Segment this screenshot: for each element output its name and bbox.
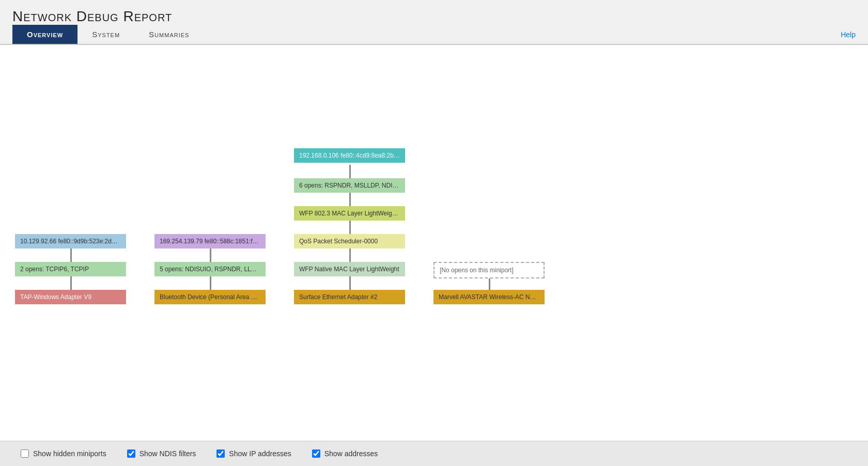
show-ndis-checkbox[interactable] (127, 449, 135, 458)
connector-n13-n14 (489, 276, 490, 291)
node-surface-ethernet[interactable]: Surface Ethernet Adapter #2 (294, 290, 405, 304)
tab-overview[interactable]: Overview (12, 25, 78, 44)
connector-n3-n4 (349, 221, 351, 235)
connector-n2-n3 (349, 193, 351, 207)
show-addresses-checkbox[interactable] (312, 449, 320, 458)
connector-n5-n6 (349, 276, 351, 291)
show-hidden-label[interactable]: Show hidden miniports (21, 449, 106, 458)
show-ip-text: Show IP addresses (229, 449, 291, 458)
connector-n7-n8 (70, 248, 72, 263)
show-addresses-label[interactable]: Show addresses (312, 449, 378, 458)
connector-n10-n11 (210, 248, 211, 263)
node-opens-main[interactable]: 6 opens: RSPNDR, MSLLDP, NDISUIO (294, 178, 405, 193)
app-header: Network Debug Report (0, 0, 868, 25)
show-ndis-text: Show NDIS filters (140, 449, 196, 458)
node-qos[interactable]: QoS Packet Scheduler-0000 (294, 234, 405, 248)
show-addresses-text: Show addresses (324, 449, 378, 458)
nav-bar: Overview System Summaries Help (0, 25, 868, 45)
node-marvell[interactable]: Marvell AVASTAR Wireless-AC Netw (433, 290, 545, 304)
show-hidden-checkbox[interactable] (21, 449, 29, 458)
connector-n4-n5 (349, 248, 351, 263)
connector-n11-n12 (210, 276, 211, 291)
node-ip-bluetooth[interactable]: 169.254.139.79 fe80::588c:1851:f711: (154, 234, 266, 248)
main-content: 192.168.0.106 fe80::4cd9:8ea8:2bc0:e 6 o… (0, 45, 868, 441)
node-ip-main[interactable]: 192.168.0.106 fe80::4cd9:8ea8:2bc0:e (294, 148, 405, 163)
node-ip-tap[interactable]: 10.129.92.66 fe80::9d9b:523e:2d70:2 (15, 234, 126, 248)
node-bluetooth-device[interactable]: Bluetooth Device (Personal Area Net (154, 290, 266, 304)
show-hidden-text: Show hidden miniports (33, 449, 106, 458)
network-diagram: 192.168.0.106 fe80::4cd9:8ea8:2bc0:e 6 o… (12, 66, 856, 365)
show-ip-label[interactable]: Show IP addresses (216, 449, 291, 458)
node-tap-windows[interactable]: TAP-Windows Adapter V9 (15, 290, 126, 304)
help-link[interactable]: Help (841, 30, 856, 39)
tab-system[interactable]: System (78, 25, 134, 44)
node-opens-bluetooth[interactable]: 5 opens: NDISUIO, RSPNDR, LLTDIO, (154, 262, 266, 276)
connector-n1-n2 (349, 165, 351, 179)
node-no-opens[interactable]: [No opens on this miniport] (433, 262, 545, 278)
app-title: Network Debug Report (12, 8, 856, 25)
node-opens-tap[interactable]: 2 opens: TCPIP6, TCPIP (15, 262, 126, 276)
bottom-bar: Show hidden miniports Show NDIS filters … (0, 441, 868, 466)
show-ndis-label[interactable]: Show NDIS filters (127, 449, 196, 458)
show-ip-checkbox[interactable] (216, 449, 225, 458)
connector-n8-n9 (70, 276, 72, 291)
node-wfp-8023[interactable]: WFP 802.3 MAC Layer LightWeight Fi (294, 206, 405, 221)
node-wfp-native[interactable]: WFP Native MAC Layer LightWeight (294, 262, 405, 276)
tab-summaries[interactable]: Summaries (134, 25, 204, 44)
